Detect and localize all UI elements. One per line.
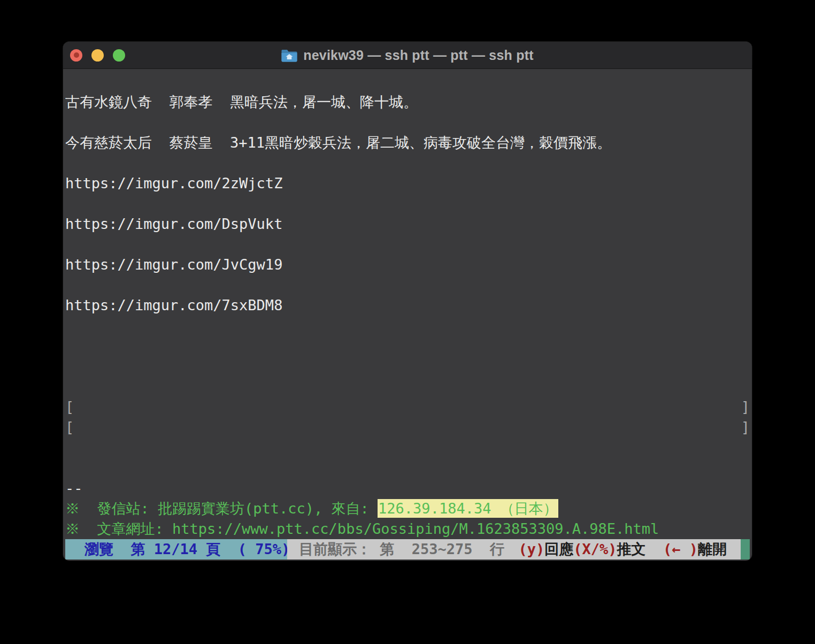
terminal-window: nevikw39 — ssh ptt — ptt — ssh ptt 古有水鏡八…: [63, 42, 752, 561]
key-hint-left-arrow: (← ): [663, 541, 698, 557]
status-display-lines: 目前顯示： 第 253~275 行: [299, 539, 504, 559]
terminal-line-modern: 今有慈菸太后 蔡菸皇 3+11黑暗炒穀兵法，屠二城、病毒攻破全台灣，穀價飛漲。: [65, 133, 750, 153]
scroll-position-indicator: [741, 539, 750, 559]
terminal-line: https://imgur.com/DspVukt: [65, 214, 750, 234]
origin-prefix: ※ 發信站: 批踢踢實業坊(ptt.cc), 來自:: [65, 500, 378, 517]
terminal-blank-line: [65, 275, 750, 295]
terminal-line: https://imgur.com/2zWjctZ: [65, 173, 750, 194]
terminal-line: https://imgur.com/7sxBDM8: [65, 295, 750, 316]
key-hint-x-label: 推文: [617, 541, 663, 557]
imgur-link-3[interactable]: https://imgur.com/JvCgw19: [65, 256, 282, 273]
terminal-blank-line: [65, 458, 750, 478]
terminal-blank-line: [65, 112, 750, 133]
article-url-link[interactable]: ※ 文章網址: https://www.ptt.cc/bbs/Gossiping…: [65, 520, 659, 537]
key-hint-left-label: 離開: [698, 541, 727, 557]
key-hint-y-label: 回應: [544, 541, 573, 557]
status-key-hints: (y)回應(X/%)推文 (← )離開: [518, 539, 727, 559]
bracket-close: ]: [741, 397, 750, 417]
terminal-blank-line: [65, 316, 750, 336]
status-bar: 瀏覽 第 12/14 頁 ( 75%) 目前顯示： 第 253~275 行 (y…: [65, 539, 750, 559]
signature-bracket-line: []: [65, 417, 750, 438]
terminal-blank-line: [65, 234, 750, 255]
key-hint-y: (y): [518, 541, 544, 557]
terminal-line: https://imgur.com/JvCgw19: [65, 255, 750, 275]
imgur-link-1[interactable]: https://imgur.com/2zWjctZ: [65, 175, 282, 191]
terminal-blank-line: [65, 356, 750, 377]
terminal-blank-line: [65, 72, 750, 92]
imgur-link-2[interactable]: https://imgur.com/DspVukt: [65, 216, 282, 232]
bracket-open: [: [65, 397, 74, 417]
ip-highlight: 126.39.184.34 （日本）: [378, 499, 558, 518]
status-middle: 目前顯示： 第 253~275 行 (y)回應(X/%)推文 (← )離開: [287, 539, 741, 559]
traffic-lights: [63, 49, 125, 62]
terminal-blank-line: [65, 438, 750, 458]
signature-dashes-line: --: [65, 478, 750, 499]
home-folder-icon: [281, 48, 297, 62]
terminal-line-ancient: 古有水鏡八奇 郭奉孝 黑暗兵法，屠一城、降十城。: [65, 92, 750, 112]
window-title: nevikw39 — ssh ptt — ptt — ssh ptt: [303, 48, 533, 63]
bracket-open: [: [65, 417, 74, 438]
article-url-line: ※ 文章網址: https://www.ptt.cc/bbs/Gossiping…: [65, 519, 750, 539]
terminal-blank-line: [65, 153, 750, 173]
close-button[interactable]: [70, 49, 82, 62]
key-hint-x: (X/%): [573, 541, 617, 557]
status-browse-page: 瀏覽 第 12/14 頁 ( 75%): [65, 539, 287, 559]
terminal-blank-line: [65, 377, 750, 397]
window-title-area: nevikw39 — ssh ptt — ptt — ssh ptt: [63, 42, 752, 68]
imgur-link-4[interactable]: https://imgur.com/7sxBDM8: [65, 297, 282, 313]
signature-bracket-line: []: [65, 397, 750, 417]
terminal-blank-line: [65, 194, 750, 214]
title-bar: nevikw39 — ssh ptt — ptt — ssh ptt: [63, 42, 752, 69]
origin-line: ※ 發信站: 批踢踢實業坊(ptt.cc), 來自: 126.39.184.34…: [65, 499, 750, 519]
terminal-blank-line: [65, 336, 750, 356]
bracket-close: ]: [741, 417, 750, 438]
zoom-button[interactable]: [113, 49, 125, 62]
minimize-button[interactable]: [91, 49, 104, 62]
terminal-content[interactable]: 古有水鏡八奇 郭奉孝 黑暗兵法，屠一城、降十城。 今有慈菸太后 蔡菸皇 3+11…: [63, 69, 752, 561]
